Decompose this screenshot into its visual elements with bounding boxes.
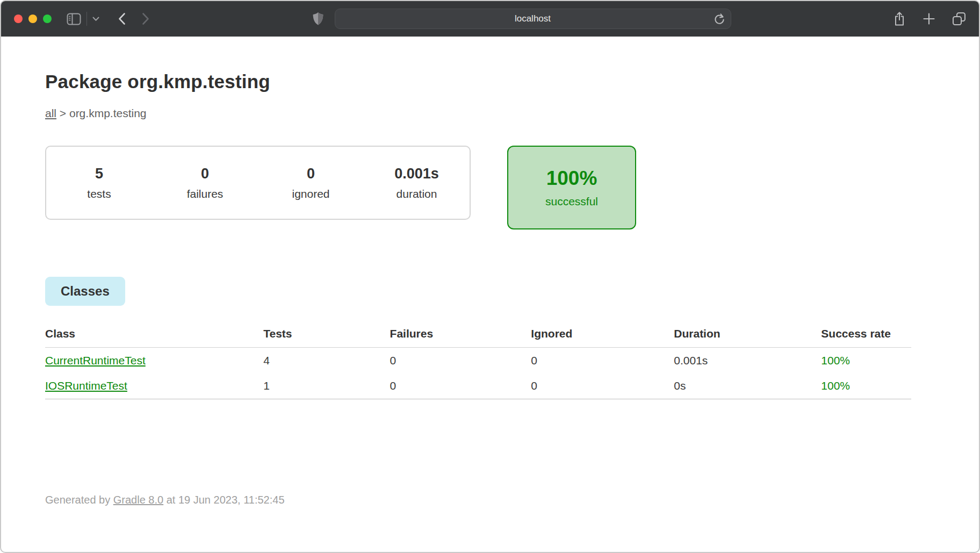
cell-failures: 0	[390, 348, 531, 374]
address-group: localhost	[312, 9, 731, 29]
success-rate-badge: 100% successful	[507, 146, 636, 229]
table-row: CurrentRuntimeTest 4 0 0 0.001s 100%	[45, 348, 911, 374]
window-controls	[14, 15, 52, 23]
cell-ignored: 0	[531, 348, 674, 374]
stat-failures-label: failures	[152, 188, 258, 200]
tab-overview-icon[interactable]	[952, 12, 966, 26]
address-url[interactable]: localhost	[335, 13, 731, 24]
sidebar-toggle-icon[interactable]	[67, 13, 81, 25]
back-icon[interactable]	[118, 12, 126, 25]
cell-failures: 0	[390, 374, 531, 399]
breadcrumb: all > org.kmp.testing	[45, 107, 935, 120]
classes-table: Class Tests Failures Ignored Duration Su…	[45, 324, 911, 399]
stat-tests-value: 5	[46, 166, 152, 182]
col-header-success-rate: Success rate	[821, 324, 911, 348]
footer-suffix: at 19 Jun 2023, 11:52:45	[163, 494, 284, 506]
stat-duration-label: duration	[364, 188, 470, 200]
stat-failures: 0 failures	[152, 166, 258, 200]
cell-success-rate: 100%	[821, 374, 911, 399]
stat-failures-value: 0	[152, 166, 258, 182]
close-window-button[interactable]	[14, 15, 23, 23]
toolbar-right-icons	[893, 11, 966, 26]
stat-duration-value: 0.001s	[364, 166, 470, 182]
breadcrumb-all-link[interactable]: all	[45, 107, 56, 119]
toolbar-divider	[87, 12, 87, 26]
stat-tests: 5 tests	[46, 166, 152, 200]
success-rate-value: 100%	[546, 167, 597, 190]
col-header-ignored: Ignored	[531, 324, 674, 348]
class-link-currentruntimetest[interactable]: CurrentRuntimeTest	[45, 354, 146, 367]
cell-success-rate: 100%	[821, 348, 911, 374]
stat-ignored: 0 ignored	[258, 166, 364, 200]
shield-privacy-icon[interactable]	[312, 12, 324, 26]
reload-icon[interactable]	[714, 13, 725, 26]
minimize-window-button[interactable]	[28, 15, 37, 23]
browser-toolbar: localhost	[1, 1, 979, 37]
col-header-duration: Duration	[674, 324, 821, 348]
col-header-failures: Failures	[390, 324, 531, 348]
col-header-tests: Tests	[263, 324, 390, 348]
col-header-class: Class	[45, 324, 263, 348]
footer-prefix: Generated by	[45, 494, 113, 506]
success-rate-label: successful	[545, 195, 598, 208]
stat-ignored-value: 0	[258, 166, 364, 182]
zoom-window-button[interactable]	[43, 15, 52, 23]
toolbar-nav-group	[67, 12, 150, 26]
summary-box: 5 tests 0 failures 0 ignored 0.001s dura…	[45, 146, 471, 220]
gradle-version-link[interactable]: Gradle 8.0	[113, 494, 163, 506]
share-icon[interactable]	[893, 11, 906, 26]
stat-ignored-label: ignored	[258, 188, 364, 200]
forward-icon[interactable]	[142, 12, 150, 25]
sidebar-chevron-down-icon[interactable]	[92, 17, 99, 21]
class-link-iosruntimetest[interactable]: IOSRuntimeTest	[45, 379, 127, 392]
cell-ignored: 0	[531, 374, 674, 399]
cell-duration: 0s	[674, 374, 821, 399]
table-header-row: Class Tests Failures Ignored Duration Su…	[45, 324, 911, 348]
summary-row: 5 tests 0 failures 0 ignored 0.001s dura…	[45, 146, 935, 229]
stat-duration: 0.001s duration	[364, 166, 470, 200]
cell-duration: 0.001s	[674, 348, 821, 374]
breadcrumb-rest: > org.kmp.testing	[56, 107, 147, 119]
table-row: IOSRuntimeTest 1 0 0 0s 100%	[45, 374, 911, 399]
report-footer: Generated by Gradle 8.0 at 19 Jun 2023, …	[45, 494, 935, 506]
cell-tests: 1	[263, 374, 390, 399]
tab-classes[interactable]: Classes	[45, 277, 125, 306]
cell-tests: 4	[263, 348, 390, 374]
report-page: Package org.kmp.testing all > org.kmp.te…	[1, 71, 979, 506]
address-bar[interactable]: localhost	[335, 9, 731, 29]
stat-tests-label: tests	[46, 188, 152, 200]
page-title: Package org.kmp.testing	[45, 71, 935, 92]
browser-window: localhost	[0, 0, 980, 553]
new-tab-icon[interactable]	[923, 13, 935, 25]
